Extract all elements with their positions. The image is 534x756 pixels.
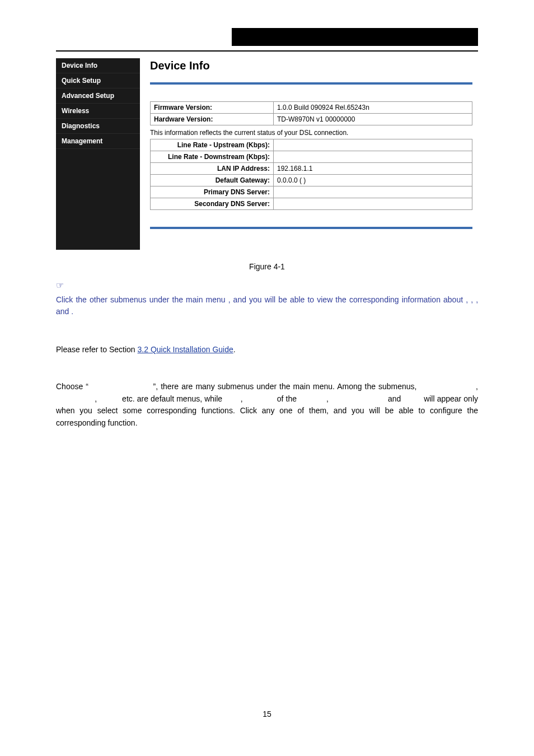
section-advanced-setup: Choose “ ”, there are many submenus unde… bbox=[56, 381, 478, 430]
table-row: LAN IP Address: 192.168.1.1 bbox=[151, 163, 472, 175]
sidebar-item-quick-setup[interactable]: Quick Setup bbox=[56, 73, 140, 88]
sidebar-item-diagnostics[interactable]: Diagnostics bbox=[56, 119, 140, 134]
sidebar-item-wireless[interactable]: Wireless bbox=[56, 104, 140, 119]
sidebar-item-device-info[interactable]: Device Info bbox=[56, 58, 140, 73]
sidebar: Device Info Quick Setup Advanced Setup W… bbox=[56, 58, 140, 250]
version-table: Firmware Version: 1.0.0 Build 090924 Rel… bbox=[150, 101, 472, 125]
firmware-version-value: 1.0.0 Build 090924 Rel.65243n bbox=[274, 102, 472, 114]
note-text: Click the other submenus under the main … bbox=[56, 294, 478, 318]
table-row: Default Gateway: 0.0.0.0 ( ) bbox=[151, 175, 472, 186]
page-number: 15 bbox=[56, 710, 478, 718]
table-row: Line Rate - Downstream (Kbps): bbox=[151, 151, 472, 163]
note-comma-s2c: , bbox=[241, 394, 245, 403]
dns2-label: Secondary DNS Server: bbox=[151, 198, 274, 210]
page-title: Device Info bbox=[150, 59, 472, 72]
refer-pre: Please refer to Section bbox=[56, 345, 138, 354]
pointing-hand-icon: ☞ bbox=[56, 281, 64, 290]
header-rule bbox=[56, 50, 478, 52]
note-comma-s2a: , bbox=[476, 382, 478, 391]
note-block: ☞ Click the other submenus under the mai… bbox=[56, 279, 478, 318]
adv-e: and bbox=[386, 394, 404, 403]
main-panel: Device Info Firmware Version: 1.0.0 Buil… bbox=[150, 58, 478, 235]
upstream-label: Line Rate - Upstream (Kbps): bbox=[151, 139, 274, 151]
note-dot: . bbox=[71, 307, 73, 316]
header-black-bar bbox=[232, 28, 478, 46]
table-row: Hardware Version: TD-W8970N v1 00000000 bbox=[151, 114, 472, 125]
note-part-a: Click the other submenus under the main … bbox=[56, 295, 228, 304]
table-row: Secondary DNS Server: bbox=[151, 198, 472, 210]
downstream-label: Line Rate - Downstream (Kbps): bbox=[151, 151, 274, 163]
refer-post: . bbox=[233, 345, 236, 354]
adv-d: of the bbox=[275, 394, 299, 403]
dns1-value bbox=[274, 186, 472, 198]
lan-ip-label: LAN IP Address: bbox=[151, 163, 274, 175]
divider-top bbox=[150, 82, 472, 85]
quick-install-link[interactable]: 3.2 Quick Installation Guide bbox=[138, 345, 233, 354]
table-row: Line Rate - Upstream (Kbps): bbox=[151, 139, 472, 151]
note-comma1: , bbox=[466, 295, 471, 304]
status-note: This information reflects the current st… bbox=[150, 129, 472, 137]
figure-caption: Figure 4-1 bbox=[56, 262, 478, 271]
table-row: Firmware Version: 1.0.0 Build 090924 Rel… bbox=[151, 102, 472, 114]
dns1-label: Primary DNS Server: bbox=[151, 186, 274, 198]
gateway-label: Default Gateway: bbox=[151, 175, 274, 186]
divider-bottom bbox=[150, 227, 472, 229]
section-quick-install: Please refer to Section 3.2 Quick Instal… bbox=[56, 344, 478, 356]
gateway-value: 0.0.0.0 ( ) bbox=[274, 175, 472, 186]
sidebar-item-advanced-setup[interactable]: Advanced Setup bbox=[56, 88, 140, 104]
note-comma2: , bbox=[471, 295, 476, 304]
note-and: and bbox=[56, 307, 71, 316]
downstream-value bbox=[274, 151, 472, 163]
note-comma-s2b: , bbox=[95, 394, 99, 403]
note-comma3: , bbox=[476, 295, 478, 304]
sidebar-item-management[interactable]: Management bbox=[56, 134, 140, 149]
note-comma-s2d: , bbox=[326, 394, 331, 403]
hardware-version-value: TD-W8970N v1 00000000 bbox=[274, 114, 472, 125]
lan-ip-value: 192.168.1.1 bbox=[274, 163, 472, 175]
adv-c: etc. are default menus, while bbox=[120, 394, 224, 403]
adv-b: ”, there are many submenus under the mai… bbox=[153, 382, 420, 391]
adv-a: Choose “ bbox=[56, 382, 88, 391]
status-table: Line Rate - Upstream (Kbps): Line Rate -… bbox=[150, 139, 472, 210]
hardware-version-label: Hardware Version: bbox=[151, 114, 274, 125]
device-info-screenshot: Device Info Quick Setup Advanced Setup W… bbox=[56, 58, 478, 250]
table-row: Primary DNS Server: bbox=[151, 186, 472, 198]
dns2-value bbox=[274, 198, 472, 210]
note-part-b: , and you will be able to view the corre… bbox=[228, 295, 466, 304]
firmware-version-label: Firmware Version: bbox=[151, 102, 274, 114]
upstream-value bbox=[274, 139, 472, 151]
